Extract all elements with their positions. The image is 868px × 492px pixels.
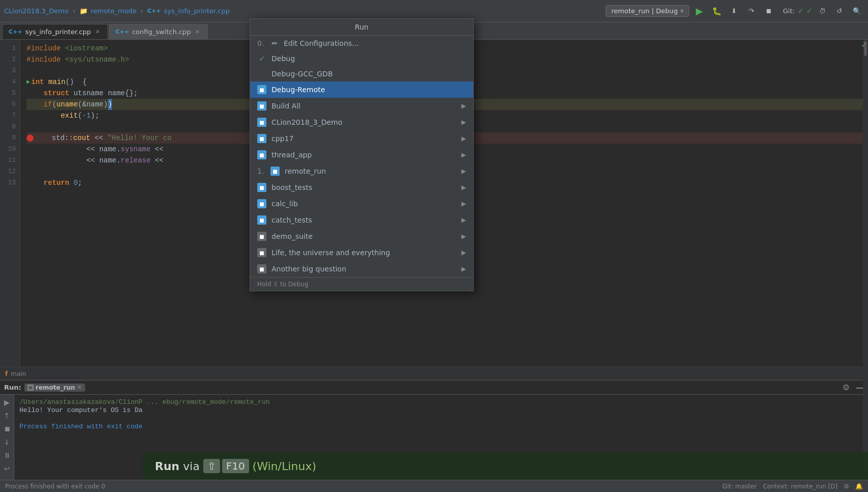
menu-item-life[interactable]: ■ Life, the universe and everything ▶ bbox=[250, 244, 473, 261]
target-icon-thread-app: ■ bbox=[257, 150, 266, 159]
submenu-arrow-demo-suite: ▶ bbox=[462, 233, 466, 240]
menu-item-calc-lib[interactable]: ■ calc_lib ▶ bbox=[250, 196, 473, 212]
menu-label-cpp17: cpp17 bbox=[272, 134, 293, 143]
submenu-arrow-cpp17: ▶ bbox=[462, 135, 466, 142]
menu-item-edit-configurations[interactable]: 0. ✏️ Edit Configurations... bbox=[250, 36, 473, 51]
target-icon-clion2018: ■ bbox=[257, 118, 266, 127]
menu-item-demo-suite[interactable]: ■ demo_suite ▶ bbox=[250, 228, 473, 244]
menu-label-life: Life, the universe and everything bbox=[272, 249, 390, 257]
menu-label-remote-run: remote_run bbox=[285, 167, 326, 175]
menu-item-debug-gcc-gdb[interactable]: Debug-GCC_GDB bbox=[250, 66, 473, 81]
target-icon-build-all: ■ bbox=[257, 101, 266, 111]
menu-label-debug-remote: Debug-Remote bbox=[272, 86, 325, 94]
item-num-0: 0. bbox=[257, 39, 265, 47]
menu-label-demo-suite: demo_suite bbox=[272, 232, 313, 240]
target-icon-debug-remote: ■ bbox=[257, 85, 266, 94]
menu-item-thread-app[interactable]: ■ thread_app ▶ bbox=[250, 147, 473, 163]
pencil-icon: ✏️ bbox=[270, 39, 279, 47]
menu-item-debug-remote[interactable]: ■ Debug-Remote bbox=[250, 81, 473, 98]
dropdown-header: Run bbox=[250, 19, 473, 36]
menu-item-another[interactable]: ■ Another big question ▶ bbox=[250, 261, 473, 277]
target-icon-life: ■ bbox=[257, 248, 266, 257]
check-icon: ✓ bbox=[257, 54, 266, 63]
menu-label-debug: Debug bbox=[272, 54, 295, 63]
menu-item-clion2018[interactable]: ■ CLion2018_3_Demo ▶ bbox=[250, 114, 473, 130]
menu-item-cpp17[interactable]: ■ cpp17 ▶ bbox=[250, 130, 473, 147]
submenu-arrow-build-all: ▶ bbox=[462, 102, 466, 110]
menu-item-catch-tests[interactable]: ■ catch_tests ▶ bbox=[250, 212, 473, 228]
menu-label-debug-gcc-gdb: Debug-GCC_GDB bbox=[272, 70, 333, 78]
menu-item-debug[interactable]: ✓ Debug bbox=[250, 51, 473, 66]
run-dropdown-menu: Run 0. ✏️ Edit Configurations... ✓ Debug… bbox=[250, 18, 474, 291]
menu-item-remote-run[interactable]: 1. ■ remote_run ▶ bbox=[250, 163, 473, 179]
submenu-arrow-boost-tests: ▶ bbox=[462, 184, 466, 191]
menu-label-edit-configurations: Edit Configurations... bbox=[284, 39, 359, 47]
menu-item-build-all[interactable]: ■ Build All ▶ bbox=[250, 98, 473, 114]
target-icon-remote-run: ■ bbox=[270, 167, 280, 176]
submenu-arrow-clion2018: ▶ bbox=[462, 119, 466, 126]
target-icon-cpp17: ■ bbox=[257, 134, 266, 143]
submenu-arrow-remote-run: ▶ bbox=[462, 168, 466, 175]
submenu-arrow-thread-app: ▶ bbox=[462, 151, 466, 158]
menu-label-another: Another big question bbox=[272, 265, 346, 273]
menu-label-thread-app: thread_app bbox=[272, 151, 312, 159]
menu-label-catch-tests: catch_tests bbox=[272, 216, 312, 224]
menu-item-boost-tests[interactable]: ■ boost_tests ▶ bbox=[250, 179, 473, 196]
submenu-arrow-calc-lib: ▶ bbox=[462, 200, 466, 207]
menu-label-calc-lib: calc_lib bbox=[272, 200, 298, 208]
dropdown-overlay[interactable]: Run 0. ✏️ Edit Configurations... ✓ Debug… bbox=[0, 0, 868, 492]
submenu-arrow-another: ▶ bbox=[462, 265, 466, 272]
submenu-arrow-catch-tests: ▶ bbox=[462, 216, 466, 224]
target-icon-demo-suite: ■ bbox=[257, 232, 266, 241]
item-num-1: 1. bbox=[257, 167, 265, 175]
target-icon-another: ■ bbox=[257, 264, 266, 274]
menu-label-boost-tests: boost_tests bbox=[272, 183, 312, 192]
target-icon-catch-tests: ■ bbox=[257, 215, 266, 225]
target-icon-calc-lib: ■ bbox=[257, 199, 266, 208]
submenu-arrow-life: ▶ bbox=[462, 249, 466, 256]
hold-to-debug-hint: Hold ⇧ to Debug bbox=[250, 277, 473, 291]
menu-label-build-all: Build All bbox=[272, 102, 301, 110]
menu-label-clion2018: CLion2018_3_Demo bbox=[272, 118, 342, 126]
target-icon-boost-tests: ■ bbox=[257, 183, 266, 192]
